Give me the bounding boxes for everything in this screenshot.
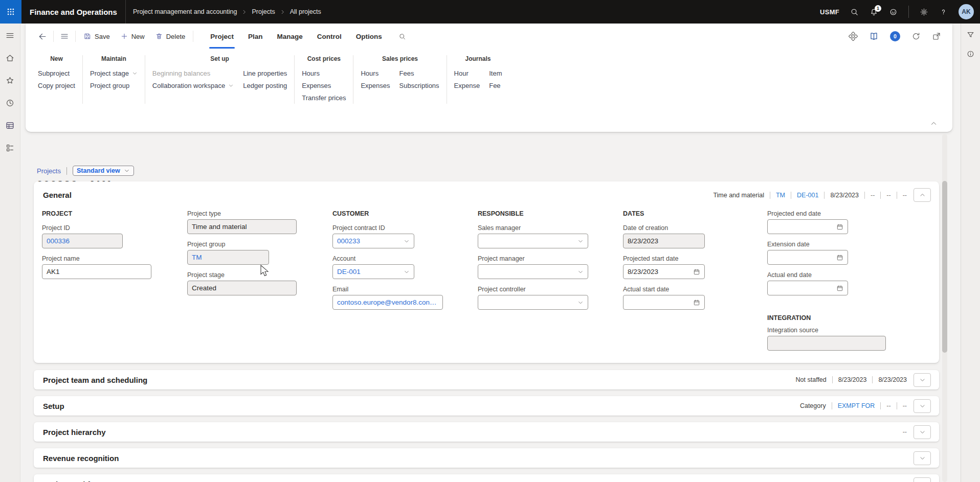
ribbon-item-hour[interactable]: Hour — [454, 67, 480, 79]
combo-field[interactable]: 000233 — [332, 234, 414, 248]
ribbon-item-ledger-posting[interactable]: Ledger posting — [243, 79, 287, 91]
guide-book-icon[interactable] — [869, 32, 879, 41]
summary-item[interactable]: TM — [776, 192, 785, 199]
commands: SaveNewDelete — [78, 30, 190, 43]
chevron-down-icon[interactable] — [574, 300, 584, 306]
calendar-icon[interactable] — [690, 268, 700, 276]
help-icon[interactable] — [939, 8, 948, 16]
fasttab-revenue-recognition[interactable]: Revenue recognition — [34, 448, 939, 468]
tab-manage[interactable]: Manage — [270, 24, 310, 49]
ribbon-item-project-group[interactable]: Project group — [90, 79, 138, 91]
date-field[interactable] — [623, 295, 705, 310]
input-field[interactable]: AK1 — [42, 264, 151, 279]
new-button[interactable]: New — [115, 30, 150, 43]
ribbon-item-subscriptions[interactable]: Subscriptions — [399, 79, 439, 91]
save-icon — [83, 32, 92, 40]
feedback-smiley-icon[interactable] — [889, 8, 898, 16]
settings-gear-icon[interactable] — [920, 8, 928, 16]
ribbon-item-item[interactable]: Item — [489, 67, 502, 79]
scrollbar-thumb[interactable] — [942, 181, 947, 353]
ribbon-item-hours[interactable]: Hours — [361, 67, 390, 79]
fasttab-setup[interactable]: SetupCategoryEXMPT FOR---- — [34, 396, 939, 416]
collapse-general-button[interactable] — [914, 188, 931, 202]
tab-control[interactable]: Control — [310, 24, 349, 49]
tab-options[interactable]: Options — [349, 24, 389, 49]
messages-badge[interactable]: 0 — [890, 31, 900, 41]
collapse-action-pane-button[interactable] — [928, 118, 939, 129]
general-header[interactable]: General Time and materialTMDE-0018/23/20… — [34, 181, 939, 202]
ribbon-item-expense[interactable]: Expense — [454, 79, 480, 91]
workspaces-list-icon[interactable] — [5, 143, 15, 153]
filter-funnel-icon[interactable] — [966, 31, 975, 39]
chevron-down-icon[interactable] — [574, 269, 584, 275]
fasttab-budget-and-forecast[interactable]: Budget and forecast — [34, 474, 939, 482]
date-field[interactable] — [767, 219, 848, 234]
refresh-icon[interactable] — [911, 32, 921, 41]
chevron-down-icon[interactable] — [400, 238, 410, 244]
summary-item[interactable]: DE-001 — [797, 192, 818, 199]
delete-button[interactable]: Delete — [150, 30, 191, 43]
app-launcher-button[interactable] — [0, 0, 21, 24]
breadcrumb-item-module[interactable]: Project management and accounting — [133, 8, 237, 15]
nav-list-icon[interactable] — [56, 30, 73, 43]
ribbon-item-subproject[interactable]: Subproject — [38, 67, 75, 79]
search-icon[interactable] — [850, 8, 859, 16]
pane-tools: 0 — [849, 24, 941, 49]
combo-field[interactable] — [478, 264, 588, 279]
projects-list-link[interactable]: Projects — [37, 167, 61, 175]
input-field[interactable]: contoso.europe@vendor8.cons... — [332, 295, 443, 310]
dynamics-icon[interactable] — [849, 32, 858, 41]
ribbon-item-expenses[interactable]: Expenses — [302, 79, 346, 91]
breadcrumb-item-all-projects[interactable]: All projects — [290, 8, 321, 15]
ribbon-item-expenses[interactable]: Expenses — [361, 79, 390, 91]
favorites-star-icon[interactable] — [5, 76, 15, 85]
ribbon-item-label: Fee — [489, 82, 500, 89]
ribbon-item-transfer-prices[interactable]: Transfer prices — [302, 91, 346, 104]
combo-field[interactable] — [478, 234, 588, 248]
ribbon-item-line-properties[interactable]: Line properties — [243, 67, 287, 79]
expand-section-button[interactable] — [914, 399, 931, 413]
expand-section-button[interactable] — [914, 451, 931, 465]
tab-project[interactable]: Project — [203, 24, 241, 49]
expand-section-button[interactable] — [914, 373, 931, 387]
chevron-down-icon[interactable] — [400, 269, 410, 275]
expand-section-button[interactable] — [914, 425, 931, 439]
back-button[interactable] — [34, 30, 51, 43]
calendar-icon[interactable] — [833, 254, 843, 261]
ribbon-item-fee[interactable]: Fee — [489, 79, 502, 91]
info-circle-icon[interactable] — [966, 50, 975, 58]
tab-plan[interactable]: Plan — [241, 24, 270, 49]
date-field[interactable] — [767, 250, 848, 265]
ribbon-item-copy-project[interactable]: Copy project — [38, 79, 75, 91]
date-field[interactable]: 8/23/2023 — [623, 264, 705, 279]
modules-grid-icon[interactable] — [5, 121, 15, 130]
ribbon-item-fees[interactable]: Fees — [399, 67, 439, 79]
home-icon[interactable] — [5, 53, 15, 63]
summary-item[interactable]: EXMPT FOR — [838, 402, 875, 409]
fasttab-project-team-and-scheduling[interactable]: Project team and schedulingNot staffed8/… — [34, 370, 939, 389]
chevron-down-icon[interactable] — [574, 238, 584, 244]
company-selector[interactable]: USMF — [820, 8, 839, 16]
save-button[interactable]: Save — [78, 30, 115, 43]
combo-field[interactable]: DE-001 — [332, 264, 414, 279]
ribbon-item-label: Fees — [399, 70, 414, 77]
fasttab-project-hierarchy[interactable]: Project hierarchy-- — [34, 422, 939, 442]
section-header: DATES — [623, 210, 705, 224]
recent-clock-icon[interactable] — [5, 98, 15, 108]
expand-section-button[interactable] — [914, 477, 931, 482]
hamburger-menu-icon[interactable] — [5, 31, 15, 40]
calendar-icon[interactable] — [833, 223, 843, 231]
combo-field[interactable] — [478, 295, 588, 310]
actions-search-icon[interactable] — [396, 31, 408, 42]
open-in-new-window-icon[interactable] — [932, 32, 941, 41]
ribbon-item-hours[interactable]: Hours — [302, 67, 346, 79]
calendar-icon[interactable] — [690, 299, 700, 306]
notifications-bell-icon[interactable]: 1 — [870, 8, 878, 16]
calendar-icon[interactable] — [833, 285, 843, 292]
breadcrumb-item-projects[interactable]: Projects — [252, 8, 275, 15]
ribbon-item-project-stage[interactable]: Project stage — [90, 67, 138, 79]
avatar[interactable]: AK — [959, 4, 974, 19]
view-selector[interactable]: Standard view — [73, 166, 134, 176]
ribbon-item-collaboration-workspace[interactable]: Collaboration workspace — [152, 79, 234, 91]
date-field[interactable] — [767, 281, 848, 295]
